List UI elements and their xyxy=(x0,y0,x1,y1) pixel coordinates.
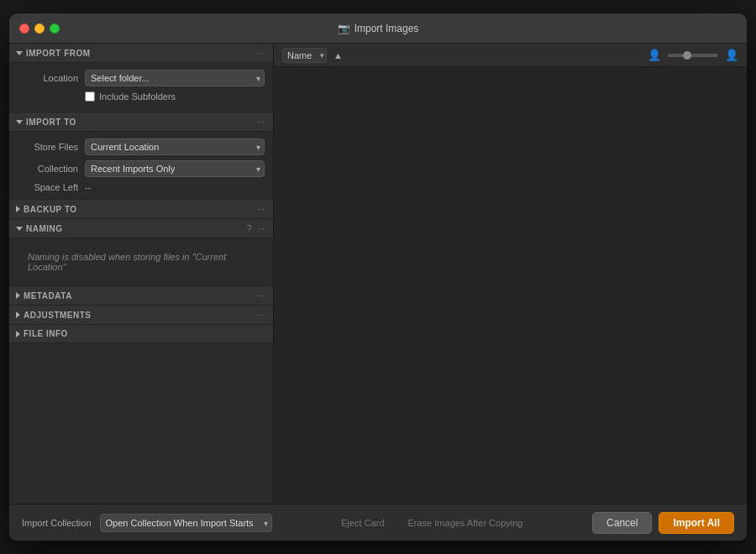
right-header: Name Date Size Type ▲ 👤 👤 xyxy=(274,44,747,67)
user-left-icon: 👤 xyxy=(648,49,661,62)
metadata-header[interactable]: METADATA ··· xyxy=(9,286,273,306)
naming-triangle xyxy=(16,227,23,231)
file-info-header-left: FILE INFO xyxy=(16,329,68,338)
main-window: 📷 Import Images IMPORT FROM ··· Location xyxy=(8,13,748,541)
adjustments-menu[interactable]: ··· xyxy=(257,310,265,320)
eject-card-button[interactable]: Eject Card xyxy=(338,516,387,530)
backup-to-label: BACKUP TO xyxy=(24,205,77,214)
naming-header-left: NAMING xyxy=(16,224,63,233)
user-right-icon: 👤 xyxy=(725,49,738,62)
import-from-header-left: IMPORT FROM xyxy=(16,49,91,58)
minimize-button[interactable] xyxy=(34,24,45,34)
backup-to-header[interactable]: BACKUP TO ··· xyxy=(9,200,273,219)
file-info-header[interactable]: FILE INFO xyxy=(9,325,273,343)
metadata-header-left: METADATA xyxy=(16,291,72,301)
adjustments-label: ADJUSTMENTS xyxy=(24,311,92,320)
adjustments-triangle xyxy=(16,311,20,318)
store-files-dropdown-wrapper: Current Location Choose Folder... xyxy=(85,138,265,155)
collection-dropdown-wrapper: Recent Imports Only None Choose Collecti… xyxy=(85,160,265,177)
file-info-triangle xyxy=(16,331,20,337)
slider-track xyxy=(668,54,718,57)
import-collection-dropdown-wrapper: Open Collection When Import Starts Do No… xyxy=(100,514,272,532)
metadata-label: METADATA xyxy=(24,291,72,301)
cancel-button[interactable]: Cancel xyxy=(592,512,652,534)
include-subfolders-checkbox[interactable] xyxy=(85,91,95,102)
zoom-slider[interactable] xyxy=(668,54,718,57)
space-left-row: Space Left -- xyxy=(18,182,265,192)
collection-row: Collection Recent Imports Only None Choo… xyxy=(18,160,265,177)
import-from-label: IMPORT FROM xyxy=(26,49,91,58)
include-subfolders-label: Include Subfolders xyxy=(99,91,176,102)
import-to-content: Store Files Current Location Choose Fold… xyxy=(9,132,273,200)
titlebar-buttons xyxy=(19,24,60,34)
metadata-triangle xyxy=(16,292,20,299)
naming-header-right: ? ··· xyxy=(247,223,265,233)
close-button[interactable] xyxy=(19,24,29,34)
erase-images-button[interactable]: Erase Images After Copying xyxy=(405,516,527,530)
import-from-triangle xyxy=(16,51,23,55)
right-panel: Name Date Size Type ▲ 👤 👤 xyxy=(274,44,747,504)
import-to-header[interactable]: IMPORT TO ··· xyxy=(9,112,273,132)
import-collection-dropdown[interactable]: Open Collection When Import Starts Do No… xyxy=(100,514,272,532)
backup-to-menu[interactable]: ··· xyxy=(257,204,265,214)
left-panel: IMPORT FROM ··· Location Select folder..… xyxy=(9,44,274,504)
adjustments-header[interactable]: ADJUSTMENTS ··· xyxy=(9,306,273,325)
location-dropdown[interactable]: Select folder... xyxy=(85,70,265,86)
import-collection-label: Import Collection xyxy=(22,518,92,528)
naming-content: Naming is disabled when storing files in… xyxy=(9,238,273,286)
window-title: 📷 Import Images xyxy=(338,23,419,34)
import-from-menu[interactable]: ··· xyxy=(257,48,265,58)
bottom-right-buttons: Cancel Import All xyxy=(592,512,734,534)
location-dropdown-wrapper: Select folder... xyxy=(85,70,265,86)
file-info-label: FILE INFO xyxy=(24,329,68,338)
sort-direction[interactable]: ▲ xyxy=(333,50,343,60)
slider-thumb xyxy=(683,51,691,60)
bottom-center-buttons: Eject Card Erase Images After Copying xyxy=(281,516,585,530)
location-label: Location xyxy=(18,73,78,83)
import-to-triangle xyxy=(16,120,23,124)
import-from-header[interactable]: IMPORT FROM ··· xyxy=(9,44,273,63)
store-files-label: Store Files xyxy=(18,142,78,152)
location-row: Location Select folder... xyxy=(18,70,265,86)
right-main-area xyxy=(274,67,747,504)
import-from-content: Location Select folder... Include Subfol… xyxy=(9,63,273,112)
metadata-menu[interactable]: ··· xyxy=(257,290,265,301)
collection-label: Collection xyxy=(18,164,78,174)
backup-to-triangle xyxy=(16,206,20,212)
sort-dropdown[interactable]: Name Date Size Type xyxy=(282,48,327,63)
naming-info-text: Naming is disabled when storing files in… xyxy=(18,245,265,279)
sort-dropdown-wrapper: Name Date Size Type xyxy=(282,48,327,63)
bottom-bar: Import Collection Open Collection When I… xyxy=(9,504,747,541)
naming-header[interactable]: NAMING ? ··· xyxy=(9,219,273,238)
naming-menu[interactable]: ··· xyxy=(257,223,265,233)
titlebar: 📷 Import Images xyxy=(9,13,747,44)
space-left-label: Space Left xyxy=(18,182,78,192)
right-icons: 👤 👤 xyxy=(648,49,738,62)
include-subfolders-row: Include Subfolders xyxy=(85,91,265,102)
import-to-menu[interactable]: ··· xyxy=(257,117,265,127)
store-files-dropdown[interactable]: Current Location Choose Folder... xyxy=(85,138,265,155)
import-to-header-left: IMPORT TO xyxy=(16,118,76,127)
import-to-label: IMPORT TO xyxy=(26,118,76,127)
camera-icon: 📷 xyxy=(338,23,350,34)
main-content: IMPORT FROM ··· Location Select folder..… xyxy=(9,44,747,504)
naming-label: NAMING xyxy=(26,224,63,233)
space-left-value: -- xyxy=(85,182,91,192)
import-all-button[interactable]: Import All xyxy=(659,512,734,534)
maximize-button[interactable] xyxy=(50,24,60,34)
backup-to-header-left: BACKUP TO xyxy=(16,205,77,214)
store-files-row: Store Files Current Location Choose Fold… xyxy=(18,138,265,155)
naming-help[interactable]: ? xyxy=(247,223,252,233)
adjustments-header-left: ADJUSTMENTS xyxy=(16,311,92,320)
collection-dropdown[interactable]: Recent Imports Only None Choose Collecti… xyxy=(85,160,265,177)
